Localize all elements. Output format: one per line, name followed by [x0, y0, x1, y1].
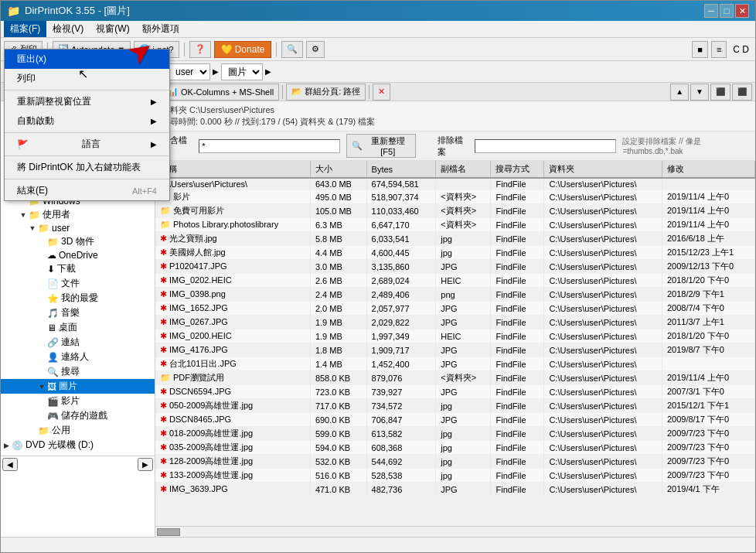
subfolder-select[interactable]: 圖片: [221, 63, 263, 80]
refresh-button[interactable]: 🔍 重新整理 [F5]: [346, 134, 416, 158]
table-row[interactable]: ✱IMG_0267.JPG1.9 MB2,029,822JPGFindFileC…: [155, 316, 755, 329]
search-icon-btn[interactable]: 🔍: [281, 41, 303, 58]
tree-item-music[interactable]: 🎵 音樂: [1, 306, 155, 320]
table-row[interactable]: ✱美國婦人館.jpg4.4 MB4,600,445jpgFindFileC:\U…: [155, 246, 755, 260]
table-row[interactable]: ✱IMG_0200.HEIC1.9 MB1,997,349HEICFindFil…: [155, 329, 755, 343]
sidebar-scroll-left[interactable]: ◀: [2, 458, 18, 471]
menu-item-autostart[interactable]: 自動啟動 ▶: [5, 111, 169, 131]
col-date[interactable]: 修改: [662, 161, 754, 178]
table-row[interactable]: ✱DSCN6594.JPG723.0 KB739,927JPGFindFileC…: [155, 385, 755, 399]
table-row[interactable]: ✱IMG_0398.png2.4 MB2,489,406pngFindFileC…: [155, 288, 755, 302]
minimize-button[interactable]: ─: [704, 4, 718, 18]
tree-item-saved-games[interactable]: 🎮 儲存的遊戲: [1, 408, 155, 423]
table-row[interactable]: ✱IMG_4176.JPG1.8 MB1,909,717JPGFindFileC…: [155, 343, 755, 357]
sort-desc-button[interactable]: ▼: [690, 84, 709, 101]
table-row[interactable]: ✱018-2009高雄世運.jpg599.0 KB613,582jpgFindF…: [155, 427, 755, 441]
menu-item-lang[interactable]: 🚩 語言 ▶: [5, 135, 169, 154]
tree-item-dvd[interactable]: ▶ 💿 DVD 光碟機 (D:): [1, 438, 155, 452]
tree-toggle-download[interactable]: [36, 264, 47, 275]
table-row[interactable]: ✱050-2009高雄世運.jpg717.0 KB734,572jpgFindF…: [155, 399, 755, 413]
donate-button[interactable]: 💛 Donate: [214, 41, 272, 58]
horizontal-scrollbar[interactable]: [155, 526, 755, 537]
menu-item-print[interactable]: 列印: [5, 69, 169, 88]
table-row[interactable]: 📁免費可用影片105.0 MB110,033,460<資料夾>FindFileC…: [155, 204, 755, 218]
h-scroll-thumb[interactable]: [157, 528, 180, 536]
table-row[interactable]: 📁PDF瀏覽試用858.0 KB879,076<資料夾>FindFileC:\U…: [155, 371, 755, 385]
table-row[interactable]: ✱133-2009高雄世運.jpg516.0 KB528,538jpgFindF…: [155, 469, 755, 483]
table-row[interactable]: ✱台北101日出.JPG1.4 MB1,452,400JPGFindFileC:…: [155, 357, 755, 371]
menu-item-resize[interactable]: 重新調整視窗位置 ▶: [5, 92, 169, 111]
menu-item-addkeys[interactable]: 將 DirPrintOK 加入右鍵功能表: [5, 158, 169, 177]
tree-item-contacts[interactable]: 👤 連絡人: [1, 350, 155, 364]
include-input[interactable]: [199, 139, 340, 153]
tree-item-pictures2[interactable]: ▼ 🖼 圖片: [1, 379, 155, 394]
col-name[interactable]: 名稱: [155, 161, 310, 178]
tree-toggle-onedrive[interactable]: [36, 250, 47, 261]
tree-toggle-music[interactable]: [36, 308, 47, 319]
tree-toggle-3d[interactable]: [36, 237, 47, 247]
table-row[interactable]: ✱IMG_3639.JPG471.0 KB482,736JPGFindFileC…: [155, 483, 755, 497]
menu-file[interactable]: 檔案(F): [4, 21, 46, 37]
cell-size: 495.0 MB: [310, 190, 366, 204]
table-row[interactable]: ✱035-2009高雄世運.jpg594.0 KB608,368jpgFindF…: [155, 441, 755, 455]
table-row[interactable]: ✱P1020417.JPG3.0 MB3,135,860JPGFindFileC…: [155, 260, 755, 274]
tree-item-download[interactable]: ⬇ 下載: [1, 261, 155, 276]
col-size[interactable]: 大小: [310, 161, 366, 178]
tree-item-searches[interactable]: 🔍 搜尋: [1, 364, 155, 379]
tree-toggle-public[interactable]: [27, 425, 38, 436]
menu-view[interactable]: 檢視(V): [46, 21, 90, 37]
tree-item-3d[interactable]: 📁 3D 物件: [1, 234, 155, 249]
tree-toggle-saved-games[interactable]: [36, 411, 47, 422]
tree-toggle-movies2[interactable]: [36, 396, 47, 407]
col-folder[interactable]: 資料夾: [544, 161, 662, 178]
tree-toggle-pictures2[interactable]: ▼: [36, 381, 47, 392]
ok-columns-button[interactable]: 📊 OK-Columns + MS-Shell: [162, 84, 279, 101]
tree-toggle-favorites[interactable]: [36, 293, 47, 304]
tree-item-docs[interactable]: 📄 文件: [1, 276, 155, 291]
table-row[interactable]: ✱IMG_0202.HEIC2.6 MB2,689,024HEICFindFil…: [155, 274, 755, 288]
tree-toggle-user[interactable]: ▼: [27, 223, 38, 234]
menu-item-quit[interactable]: 結束(E) Alt+F4: [5, 181, 169, 200]
tree-toggle-docs[interactable]: [36, 278, 47, 289]
col-method[interactable]: 搜尋方式: [491, 161, 544, 178]
folder-select[interactable]: user: [169, 63, 210, 80]
exclude-input[interactable]: [475, 139, 616, 153]
table-row[interactable]: ✱光之寶頸.jpg5.8 MB6,033,541jpgFindFileC:\Us…: [155, 232, 755, 246]
settings-button[interactable]: ⚙: [306, 41, 325, 58]
tree-item-movies2[interactable]: 🎬 影片: [1, 394, 155, 408]
tree-toggle-desktop2[interactable]: [36, 323, 47, 333]
tree-item-user[interactable]: ▼ 📁 user: [1, 222, 155, 234]
tree-item-public[interactable]: 📁 公用: [1, 423, 155, 438]
maximize-button[interactable]: □: [720, 4, 734, 18]
tree-item-favorites[interactable]: ⭐ 我的最愛: [1, 291, 155, 306]
tree-item-links[interactable]: 🔗 連結: [1, 335, 155, 350]
delete-button[interactable]: ✕: [373, 84, 390, 101]
columns-config-button[interactable]: ⬛: [732, 84, 752, 101]
tree-toggle-searches[interactable]: [36, 367, 47, 377]
table-row[interactable]: 📁影片495.0 MB518,907,374<資料夾>FindFileC:\Us…: [155, 190, 755, 204]
col-bytes[interactable]: Bytes: [366, 161, 436, 178]
table-row[interactable]: ✱128-2009高雄世運.jpg532.0 KB544,692jpgFindF…: [155, 455, 755, 469]
sidebar-scroll-right[interactable]: ▶: [138, 458, 153, 471]
tree-toggle-contacts[interactable]: [36, 352, 47, 363]
table-row[interactable]: ✱IMG_1652.JPG2.0 MB2,057,977JPGFindFileC…: [155, 302, 755, 316]
group-button[interactable]: 📂 群組分頁: 路徑: [286, 84, 366, 101]
col-ext[interactable]: 副檔名: [436, 161, 491, 178]
view-toggle-button[interactable]: ■: [692, 41, 708, 58]
columns-toggle-button[interactable]: ≡: [711, 41, 727, 58]
tree-item-desktop2[interactable]: 🖥 桌面: [1, 320, 155, 335]
help-button[interactable]: ❓: [189, 41, 211, 58]
tree-item-users[interactable]: ▼ 📁 使用者: [1, 207, 155, 222]
table-row[interactable]: 📁Photos Library.photoslibrary6.3 MB6,647…: [155, 218, 755, 232]
tree-toggle-dvd[interactable]: ▶: [1, 440, 12, 451]
tree-item-onedrive[interactable]: ☁ OneDrive: [1, 249, 155, 261]
tree-toggle-users[interactable]: ▼: [18, 210, 29, 220]
table-row[interactable]: C:\Users\user\Pictures\643.0 MB674,594,5…: [155, 178, 755, 190]
close-button[interactable]: ✕: [735, 4, 749, 18]
table-row[interactable]: ✱DSCN8465.JPG690.0 KB706,847JPGFindFileC…: [155, 413, 755, 427]
cell-method: FindFile: [491, 190, 544, 204]
tree-toggle-links[interactable]: [36, 337, 47, 348]
sort-asc-button[interactable]: ▲: [670, 84, 689, 101]
menu-window[interactable]: 視窗(W): [90, 21, 135, 37]
filter-button[interactable]: ⬛: [710, 84, 730, 101]
